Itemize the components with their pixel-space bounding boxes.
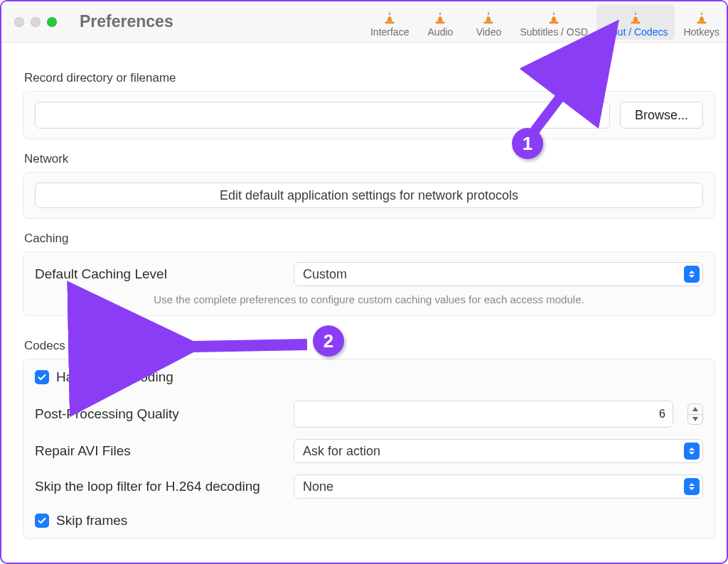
select-value: None (303, 479, 333, 494)
repair-avi-label: Repair AVI Files (35, 443, 284, 459)
tab-interface[interactable]: Interface (363, 1, 416, 43)
section-network-header: Network (24, 152, 715, 166)
close-window[interactable] (14, 17, 24, 27)
svg-rect-10 (697, 21, 706, 23)
tab-input-codecs[interactable]: Input / Codecs (596, 4, 675, 40)
network-panel: Edit default application settings for ne… (23, 172, 715, 219)
svg-rect-5 (487, 15, 491, 16)
tab-label: Audio (428, 26, 454, 38)
caching-panel: Default Caching Level Custom Use the com… (23, 251, 715, 316)
loop-filter-select[interactable]: None (294, 474, 703, 499)
svg-rect-7 (552, 15, 556, 16)
cone-icon (480, 8, 497, 25)
svg-rect-1 (388, 15, 392, 16)
zoom-window[interactable] (47, 17, 57, 27)
tab-hotkeys[interactable]: Hotkeys (676, 1, 727, 43)
cone-icon (381, 8, 398, 25)
section-record-header: Record directory or filename (24, 71, 715, 85)
svg-rect-0 (385, 21, 395, 23)
post-quality-stepper[interactable] (687, 403, 703, 425)
skip-frames-label: Skip frames (56, 513, 127, 528)
svg-rect-4 (484, 21, 493, 23)
section-codecs-header: Codecs / Muxers (24, 339, 715, 353)
minimize-window[interactable] (31, 17, 41, 27)
tab-subtitles[interactable]: Subtitles / OSD (513, 1, 595, 43)
tab-label: Subtitles / OSD (520, 26, 588, 38)
tab-label: Hotkeys (683, 26, 719, 38)
loop-filter-label: Skip the loop filter for H.264 decoding (35, 479, 284, 494)
cone-icon (545, 8, 562, 25)
browse-button[interactable]: Browse... (620, 102, 703, 129)
cone-icon (693, 8, 710, 25)
caching-level-select[interactable]: Custom (294, 262, 703, 286)
svg-rect-9 (634, 15, 638, 16)
select-value: Custom (303, 267, 347, 282)
chevron-updown-icon (684, 266, 700, 283)
hw-decoding-checkbox[interactable] (35, 370, 49, 384)
svg-rect-6 (550, 21, 559, 23)
codecs-panel: Hardware decoding Post-Processing Qualit… (23, 359, 715, 539)
repair-avi-select[interactable]: Ask for action (294, 439, 703, 463)
record-path-input[interactable] (35, 102, 610, 129)
cone-icon (432, 8, 449, 25)
caching-hint: Use the complete preferences to configur… (35, 293, 703, 305)
skip-frames-checkbox[interactable] (35, 514, 49, 528)
hw-decoding-label: Hardware decoding (56, 369, 173, 385)
edit-network-settings-button[interactable]: Edit default application settings for ne… (35, 183, 703, 208)
svg-rect-8 (631, 21, 641, 23)
tab-label: Interface (370, 26, 409, 38)
window-controls (1, 17, 57, 27)
svg-rect-2 (436, 21, 445, 23)
preference-tabs: Interface Audio Video Subtitles / OSD In… (363, 1, 727, 43)
tab-audio[interactable]: Audio (416, 1, 464, 43)
skip-frames-row: Skip frames (35, 513, 703, 528)
window-title: Preferences (80, 12, 173, 31)
svg-rect-11 (700, 15, 703, 16)
cone-icon (627, 8, 644, 25)
page-body: Record directory or filename Browse... N… (1, 43, 727, 546)
tab-label: Video (476, 26, 502, 38)
svg-rect-3 (439, 15, 442, 16)
section-caching-header: Caching (24, 232, 715, 246)
tab-label: Input / Codecs (604, 26, 668, 38)
post-quality-label: Post-Processing Quality (35, 406, 284, 422)
chevron-updown-icon (684, 478, 700, 495)
titlebar: Preferences Interface Audio Video Subtit… (1, 1, 727, 43)
post-quality-input[interactable] (294, 401, 673, 428)
hw-decoding-row: Hardware decoding (35, 369, 703, 385)
tab-video[interactable]: Video (464, 1, 513, 43)
caching-level-label: Default Caching Level (35, 266, 284, 282)
record-panel: Browse... (23, 91, 715, 139)
chevron-updown-icon (684, 443, 700, 460)
select-value: Ask for action (303, 444, 380, 459)
